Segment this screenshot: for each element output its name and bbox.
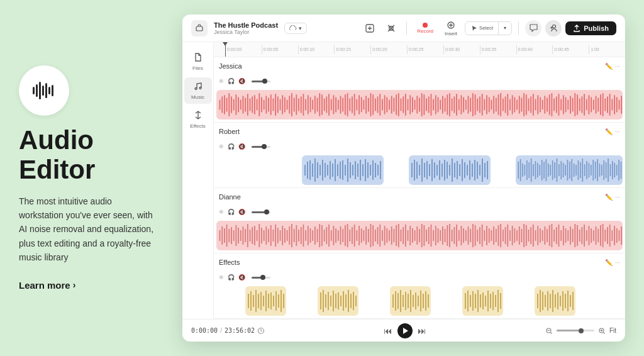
svg-rect-392 xyxy=(435,226,436,245)
svg-rect-67 xyxy=(342,98,343,112)
robert-headphone-icon[interactable]: 🎧 xyxy=(228,143,235,150)
svg-rect-419 xyxy=(498,225,499,246)
jessica-more-icon[interactable]: ··· xyxy=(615,63,620,70)
track-jessica-waveform[interactable]: // Inline waveform bars for Jessica xyxy=(214,87,625,122)
select-dropdown-button[interactable]: ▾ xyxy=(499,23,511,33)
svg-rect-32 xyxy=(261,97,262,112)
record-button[interactable]: Record xyxy=(413,21,437,36)
zoom-in-icon[interactable] xyxy=(598,327,606,335)
effects-mute-icon[interactable]: 🔇 xyxy=(238,274,245,281)
select-button-group[interactable]: Select ▾ xyxy=(465,21,512,35)
svg-rect-223 xyxy=(421,159,423,182)
svg-rect-487 xyxy=(283,294,284,308)
cloud-button[interactable]: ▾ xyxy=(284,23,307,34)
zoom-out-icon[interactable] xyxy=(545,327,553,335)
dianne-snowflake-icon[interactable]: ✻ xyxy=(219,209,224,215)
dianne-mute-icon[interactable]: 🔇 xyxy=(238,209,245,215)
robert-edit-icon[interactable]: ✏️ xyxy=(605,128,613,135)
playhead[interactable] xyxy=(225,42,226,57)
svg-rect-1 xyxy=(36,84,38,97)
svg-rect-210 xyxy=(360,160,361,181)
svg-rect-353 xyxy=(345,225,346,246)
dianne-more-icon[interactable]: ··· xyxy=(615,194,620,201)
svg-rect-275 xyxy=(571,159,572,181)
effects-edit-icon[interactable]: ✏️ xyxy=(605,259,613,266)
svg-rect-381 xyxy=(409,226,411,245)
effects-volume-slider[interactable] xyxy=(252,277,270,279)
svg-rect-111 xyxy=(445,98,446,112)
cut-button[interactable] xyxy=(382,21,400,35)
dianne-edit-icon[interactable]: ✏️ xyxy=(605,194,613,201)
select-button[interactable]: Select xyxy=(465,22,499,35)
svg-rect-234 xyxy=(449,165,450,175)
svg-rect-529 xyxy=(492,292,494,310)
svg-rect-457 xyxy=(586,230,587,241)
svg-rect-85 xyxy=(384,95,386,114)
track-effects-name: Effects xyxy=(219,259,250,266)
jessica-volume-slider[interactable] xyxy=(252,81,270,82)
svg-rect-518 xyxy=(465,293,466,309)
zoom-slider[interactable] xyxy=(557,330,594,331)
track-robert-name: Robert xyxy=(219,128,250,135)
svg-rect-524 xyxy=(480,294,481,308)
left-panel: Audio Editor The most intuitive audio wo… xyxy=(19,65,157,290)
svg-rect-364 xyxy=(370,224,372,247)
svg-rect-35 xyxy=(268,98,269,112)
jessica-headphone-icon[interactable]: 🎧 xyxy=(228,78,235,84)
svg-rect-117 xyxy=(458,99,460,111)
track-effects-waveform[interactable] xyxy=(214,284,625,318)
effects-more-icon[interactable]: ··· xyxy=(615,259,620,266)
svg-point-13 xyxy=(199,87,201,89)
svg-rect-227 xyxy=(431,159,433,181)
svg-rect-101 xyxy=(421,93,423,116)
svg-rect-206 xyxy=(350,162,351,178)
svg-rect-31 xyxy=(258,93,260,116)
svg-rect-305 xyxy=(233,230,235,241)
robert-more-icon[interactable]: ··· xyxy=(615,128,620,135)
dianne-volume-slider[interactable] xyxy=(252,211,270,213)
svg-rect-72 xyxy=(354,94,355,115)
svg-rect-173 xyxy=(589,95,590,114)
add-user-button[interactable] xyxy=(545,20,562,36)
svg-rect-218 xyxy=(380,161,381,179)
insert-button[interactable]: Insert xyxy=(441,18,461,38)
learn-more-link[interactable]: Learn more › xyxy=(19,280,157,291)
jessica-edit-icon[interactable]: ✏️ xyxy=(605,63,613,70)
svg-rect-242 xyxy=(469,160,470,180)
robert-snowflake-icon[interactable]: ✻ xyxy=(219,143,224,150)
sidebar-item-music[interactable]: Music xyxy=(184,77,212,104)
tracks-container[interactable]: Jessica ✏️ ··· ✻ 🎧 🔇 xyxy=(214,57,625,319)
sidebar-item-files[interactable]: Files xyxy=(184,48,212,75)
svg-rect-485 xyxy=(278,294,279,308)
dianne-headphone-icon[interactable]: 🎧 xyxy=(228,209,235,215)
robert-mute-icon[interactable]: 🔇 xyxy=(238,143,245,150)
svg-rect-401 xyxy=(456,225,457,247)
svg-rect-142 xyxy=(516,100,518,110)
svg-rect-519 xyxy=(467,291,469,311)
skip-back-button[interactable]: ⏮ xyxy=(384,326,392,336)
track-robert-waveform[interactable] xyxy=(214,153,625,187)
svg-rect-402 xyxy=(458,230,460,241)
trim-button[interactable] xyxy=(361,21,379,35)
svg-rect-25 xyxy=(245,98,246,112)
fit-button[interactable]: Fit xyxy=(609,327,616,334)
effects-snowflake-icon[interactable]: ✻ xyxy=(219,274,224,281)
svg-rect-121 xyxy=(468,96,469,113)
play-button[interactable] xyxy=(397,323,413,338)
comment-button[interactable] xyxy=(525,20,541,36)
skip-forward-button[interactable]: ⏭ xyxy=(418,326,426,336)
jessica-snowflake-icon[interactable]: ✻ xyxy=(219,78,224,84)
svg-rect-209 xyxy=(357,164,358,177)
jessica-mute-icon[interactable]: 🔇 xyxy=(238,78,245,84)
effects-headphone-icon[interactable]: 🎧 xyxy=(228,274,235,281)
svg-rect-344 xyxy=(324,230,325,242)
robert-volume-slider[interactable] xyxy=(252,146,270,148)
track-dianne-waveform[interactable] xyxy=(214,218,625,253)
svg-rect-205 xyxy=(347,159,348,182)
sidebar-item-effects[interactable]: Effects xyxy=(184,106,212,133)
publish-button[interactable]: Publish xyxy=(565,21,616,35)
svg-rect-298 xyxy=(621,162,622,179)
svg-rect-238 xyxy=(459,164,460,176)
svg-rect-183 xyxy=(611,99,613,111)
svg-rect-532 xyxy=(500,293,501,309)
